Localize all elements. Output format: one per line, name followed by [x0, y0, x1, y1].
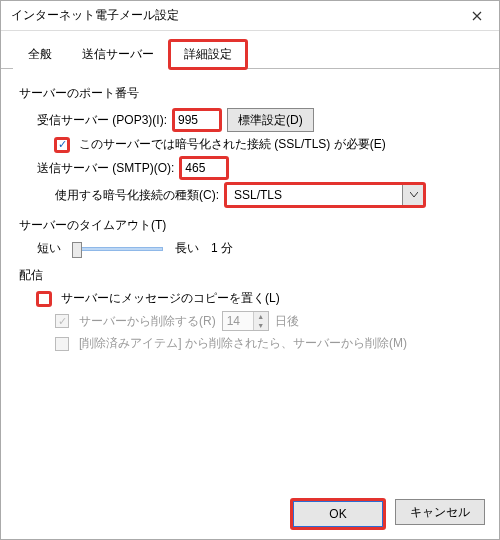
leave-copy-checkbox[interactable] [37, 292, 51, 306]
encryption-dropdown-button[interactable] [402, 184, 424, 206]
remove-after-days-value: 14 [223, 312, 253, 330]
dialog-footer: OK キャンセル [1, 489, 499, 539]
remove-after-checkbox [55, 314, 69, 328]
remove-after-days-spinner: 14 ▲ ▼ [222, 311, 269, 331]
ssl-required-label: このサーバーでは暗号化された接続 (SSL/TLS) が必要(E) [79, 136, 386, 153]
outgoing-port-row: 送信サーバー (SMTP)(O): [37, 157, 481, 179]
tab-general[interactable]: 全般 [13, 40, 67, 69]
defaults-button[interactable]: 標準設定(D) [227, 108, 314, 132]
timeout-group-label: サーバーのタイムアウト(T) [19, 217, 481, 234]
incoming-port-row: 受信サーバー (POP3)(I): 標準設定(D) [37, 108, 481, 132]
remove-on-deleted-label: [削除済みアイテム] から削除されたら、サーバーから削除(M) [79, 335, 407, 352]
close-icon [472, 11, 482, 21]
timeout-long-label: 長い [175, 240, 199, 257]
spinner-down-icon: ▼ [254, 321, 268, 330]
timeout-row: 短い 長い 1 分 [37, 240, 481, 257]
tab-advanced[interactable]: 詳細設定 [169, 40, 247, 69]
outgoing-port-input[interactable] [180, 157, 228, 179]
remove-after-label: サーバーから削除する(R) [79, 313, 216, 330]
encryption-value: SSL/TLS [226, 188, 402, 202]
delivery-group-label: 配信 [19, 267, 481, 284]
encryption-select[interactable]: SSL/TLS [225, 183, 425, 207]
tab-outgoing-server[interactable]: 送信サーバー [67, 40, 169, 69]
encryption-label: 使用する暗号化接続の種類(C): [55, 187, 219, 204]
leave-copy-row: サーバーにメッセージのコピーを置く(L) [37, 290, 481, 307]
ok-highlight: OK [291, 499, 385, 529]
close-button[interactable] [454, 1, 499, 31]
timeout-slider[interactable] [73, 247, 163, 251]
window-title: インターネット電子メール設定 [11, 7, 179, 24]
timeout-slider-thumb[interactable] [72, 242, 82, 258]
ssl-required-row: このサーバーでは暗号化された接続 (SSL/TLS) が必要(E) [55, 136, 481, 153]
timeout-value: 1 分 [211, 240, 233, 257]
timeout-short-label: 短い [37, 240, 61, 257]
remove-on-deleted-checkbox [55, 337, 69, 351]
dialog-body: サーバーのポート番号 受信サーバー (POP3)(I): 標準設定(D) このサ… [1, 69, 499, 489]
ok-button[interactable]: OK [293, 501, 383, 527]
ports-group-label: サーバーのポート番号 [19, 85, 481, 102]
tab-bar: 全般 送信サーバー 詳細設定 [1, 31, 499, 69]
remove-after-row: サーバーから削除する(R) 14 ▲ ▼ 日後 [55, 311, 481, 331]
titlebar: インターネット電子メール設定 [1, 1, 499, 31]
dialog-window: インターネット電子メール設定 全般 送信サーバー 詳細設定 サーバーのポート番号… [0, 0, 500, 540]
incoming-port-input[interactable] [173, 109, 221, 131]
ssl-required-checkbox[interactable] [55, 138, 69, 152]
encryption-row: 使用する暗号化接続の種類(C): SSL/TLS [55, 183, 481, 207]
spinner-up-icon: ▲ [254, 312, 268, 321]
outgoing-port-label: 送信サーバー (SMTP)(O): [37, 160, 174, 177]
incoming-port-label: 受信サーバー (POP3)(I): [37, 112, 167, 129]
cancel-button[interactable]: キャンセル [395, 499, 485, 525]
remove-on-deleted-row: [削除済みアイテム] から削除されたら、サーバーから削除(M) [55, 335, 481, 352]
leave-copy-label: サーバーにメッセージのコピーを置く(L) [61, 290, 280, 307]
days-suffix: 日後 [275, 313, 299, 330]
chevron-down-icon [410, 192, 418, 198]
